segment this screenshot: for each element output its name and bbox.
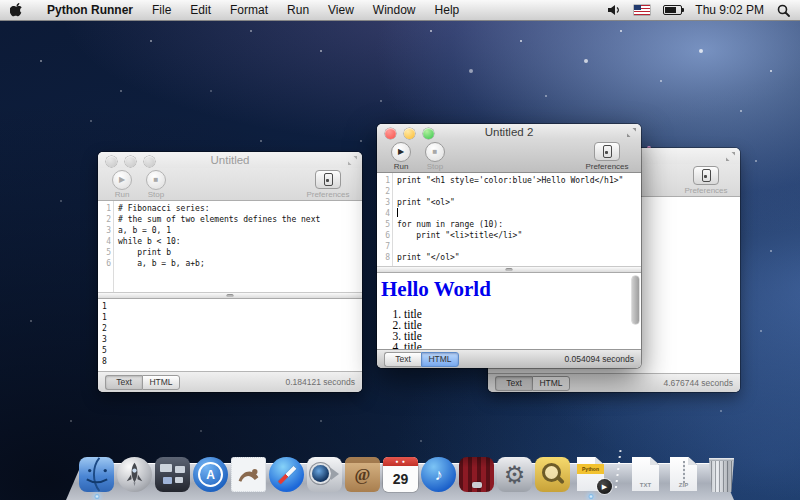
code-editor[interactable]: 1 2 3 4 5 6 7 8 print "<h1 style='color:… xyxy=(377,173,641,266)
running-indicator xyxy=(588,494,593,499)
execution-time: 0.054094 seconds xyxy=(565,354,634,364)
execution-time: 0.184121 seconds xyxy=(286,377,355,387)
titlebar-untitled[interactable]: Untitled xyxy=(98,152,362,168)
search-utility-icon xyxy=(535,457,570,492)
line-number-gutter: 1 2 3 4 5 6 xyxy=(98,201,114,292)
menu-view[interactable]: View xyxy=(328,3,354,17)
run-button[interactable]: ▶ Run xyxy=(105,170,139,199)
dock-calendar[interactable]: ● ● 29 xyxy=(382,454,419,492)
pane-splitter[interactable] xyxy=(377,266,641,273)
text-cursor xyxy=(397,208,398,217)
output-heading: Hello World xyxy=(381,277,641,302)
facetime-icon xyxy=(307,457,342,492)
html-tab[interactable]: HTML xyxy=(421,352,459,367)
code-text[interactable]: # Fibonacci series: # the sum of two ele… xyxy=(114,201,362,292)
preferences-button[interactable]: Preferences xyxy=(301,170,355,199)
html-output-area[interactable]: Hello World title title title title titl… xyxy=(377,273,641,349)
list-item: title xyxy=(404,320,641,331)
preferences-icon xyxy=(324,173,333,186)
fullscreen-icon[interactable] xyxy=(348,156,357,165)
window-controls xyxy=(385,128,434,139)
dock-safari[interactable] xyxy=(268,454,305,492)
menu-edit[interactable]: Edit xyxy=(190,3,211,17)
menu-help[interactable]: Help xyxy=(435,3,460,17)
preferences-button[interactable]: Preferences xyxy=(580,142,634,171)
dock-finder[interactable] xyxy=(78,454,115,492)
input-language-flag-icon[interactable] xyxy=(634,5,650,15)
play-badge-icon: ▶ xyxy=(597,479,612,494)
output-mode-segment: Text HTML xyxy=(384,352,459,367)
apple-menu-icon[interactable] xyxy=(10,3,22,17)
back-footer: Text HTML 4.676744 seconds xyxy=(488,373,740,392)
mission-control-icon xyxy=(155,457,190,492)
dock-facetime[interactable] xyxy=(306,454,343,492)
code-editor[interactable]: 1 2 3 4 5 6 # Fibonacci series: # the su… xyxy=(98,201,362,292)
dock-address-book[interactable]: @ xyxy=(344,454,381,492)
app-store-icon: A xyxy=(193,457,228,492)
window-title: Untitled xyxy=(211,154,250,166)
menu-clock[interactable]: Thu 9:02 PM xyxy=(695,3,764,17)
menu-run[interactable]: Run xyxy=(287,3,309,17)
stop-button[interactable]: ■ Stop xyxy=(418,142,452,171)
app-menu[interactable]: Python Runner xyxy=(47,3,133,17)
system-preferences-icon: ⚙ xyxy=(497,457,532,492)
address-book-icon: @ xyxy=(345,457,380,492)
window-controls xyxy=(106,156,155,167)
titlebar-untitled-2[interactable]: Untitled 2 xyxy=(377,124,641,140)
fullscreen-icon[interactable] xyxy=(726,152,735,161)
safari-icon xyxy=(269,457,304,492)
output-mode-segment: Text HTML xyxy=(105,375,180,390)
code-text[interactable]: print "<h1 style='color:blue'>Hello Worl… xyxy=(393,173,641,266)
stop-button[interactable]: ■ Stop xyxy=(139,170,173,199)
txt-document-icon: TXT xyxy=(628,457,663,492)
menu-window[interactable]: Window xyxy=(373,3,416,17)
dock-itunes[interactable]: ♪ xyxy=(420,454,457,492)
output-area[interactable]: 1 1 2 3 5 8 xyxy=(98,299,362,371)
dock-app-store[interactable]: A xyxy=(192,454,229,492)
battery-icon[interactable] xyxy=(663,5,682,15)
menu-format[interactable]: Format xyxy=(230,3,268,17)
text-tab[interactable]: Text xyxy=(495,376,532,391)
execution-time: 4.676744 seconds xyxy=(664,378,733,388)
dock-zip-archive[interactable]: ZIP xyxy=(665,454,702,492)
window-untitled-2: Untitled 2 ▶ Run ■ Stop Preferences 1 2 … xyxy=(377,124,641,368)
html-tab[interactable]: HTML xyxy=(532,376,570,391)
dock-separator xyxy=(614,450,621,492)
trash-icon xyxy=(707,458,736,492)
text-tab[interactable]: Text xyxy=(384,352,421,367)
scrollbar-thumb[interactable] xyxy=(632,276,639,324)
close-button[interactable] xyxy=(385,128,396,139)
zoom-button[interactable] xyxy=(144,156,155,167)
spotlight-icon[interactable] xyxy=(777,4,790,17)
menu-file[interactable]: File xyxy=(152,3,171,17)
python-runner-icon: Python ▶ xyxy=(573,457,608,492)
dock-search-utility[interactable] xyxy=(534,454,571,492)
close-button[interactable] xyxy=(106,156,117,167)
python-runner-label: Python xyxy=(577,464,604,474)
itunes-icon: ♪ xyxy=(421,457,456,492)
dock-txt-document[interactable]: TXT xyxy=(627,454,664,492)
run-button[interactable]: ▶ Run xyxy=(384,142,418,171)
dock-mission-control[interactable] xyxy=(154,454,191,492)
dock-mail[interactable] xyxy=(230,454,267,492)
pane-splitter[interactable] xyxy=(98,292,362,299)
text-tab[interactable]: Text xyxy=(105,375,142,390)
dock-launchpad[interactable] xyxy=(116,454,153,492)
minimize-button[interactable] xyxy=(125,156,136,167)
back-output-mode-segment: Text HTML xyxy=(495,376,570,391)
preferences-button[interactable]: Preferences xyxy=(679,166,733,195)
stop-icon: ■ xyxy=(425,142,445,162)
dock-system-preferences[interactable]: ⚙ xyxy=(496,454,533,492)
mail-icon xyxy=(231,457,266,492)
html-tab[interactable]: HTML xyxy=(142,375,180,390)
calendar-icon: ● ● 29 xyxy=(383,457,418,492)
dock-photo-booth[interactable] xyxy=(458,454,495,492)
zoom-button[interactable] xyxy=(423,128,434,139)
dock-python-runner[interactable]: Python ▶ xyxy=(572,454,609,492)
dock-trash[interactable] xyxy=(703,454,740,492)
running-indicator xyxy=(94,494,99,499)
volume-icon[interactable] xyxy=(607,4,621,16)
preferences-icon xyxy=(603,145,612,158)
fullscreen-icon[interactable] xyxy=(627,128,636,137)
minimize-button[interactable] xyxy=(404,128,415,139)
